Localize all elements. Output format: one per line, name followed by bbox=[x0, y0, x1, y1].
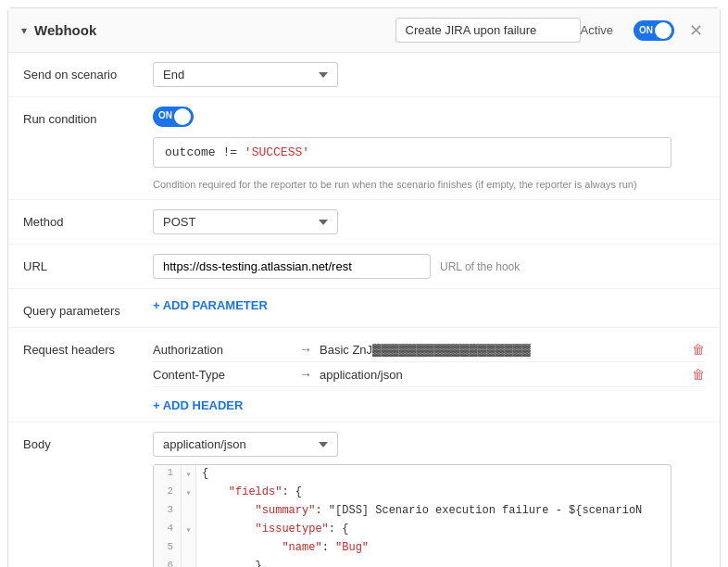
line-content: "summary": "[DSS] Scenario execution fai… bbox=[196, 502, 671, 521]
run-condition-toggle-wrap: ON bbox=[153, 107, 705, 130]
run-condition-toggle[interactable]: ON bbox=[153, 107, 194, 127]
toggle-slider: ON bbox=[634, 20, 674, 41]
run-condition-control: ON outcome != 'SUCCESS' Condition requir… bbox=[153, 107, 705, 190]
close-button[interactable]: ✕ bbox=[685, 22, 707, 39]
header-row: Content-Type → application/json 🗑 bbox=[153, 362, 705, 387]
webhook-name-input[interactable] bbox=[395, 18, 581, 43]
url-label: URL bbox=[23, 254, 153, 273]
request-headers-row: Request headers Authorization → Basic Zn… bbox=[8, 328, 720, 422]
line-gutter: ▾ bbox=[182, 465, 196, 484]
header-value: application/json bbox=[320, 368, 597, 382]
active-label: Active bbox=[581, 23, 613, 37]
code-lines: 1 ▾ { 2 ▾ "fields": { 3 "summary": "[DSS… bbox=[154, 465, 671, 567]
query-params-row: Query parameters + ADD PARAMETER bbox=[8, 289, 720, 328]
url-hint: URL of the hook bbox=[440, 260, 520, 273]
line-gutter bbox=[182, 502, 196, 521]
headers-container: Authorization → Basic ZnJ▓▓▓▓▓▓▓▓▓▓▓▓▓▓▓… bbox=[153, 337, 705, 387]
send-on-scenario-control: End Start bbox=[153, 62, 705, 87]
code-line: 6 }, bbox=[154, 558, 671, 567]
panel-title: Webhook bbox=[34, 22, 395, 38]
panel-header: ▾ Webhook Active ON ✕ bbox=[8, 8, 720, 53]
body-row: Body application/json text/plain 1 ▾ { 2… bbox=[8, 422, 720, 567]
method-row: Method POST GET PUT bbox=[8, 200, 720, 245]
toggle-on-text: ON bbox=[639, 25, 653, 35]
line-number: 1 bbox=[154, 465, 182, 484]
code-line: 2 ▾ "fields": { bbox=[154, 484, 671, 502]
body-control: application/json text/plain 1 ▾ { 2 ▾ "f… bbox=[153, 432, 705, 567]
header-value: Basic ZnJ▓▓▓▓▓▓▓▓▓▓▓▓▓▓▓▓▓▓ bbox=[320, 343, 597, 357]
query-params-label: Query parameters bbox=[23, 298, 153, 318]
line-gutter bbox=[182, 539, 196, 558]
run-condition-slider: ON bbox=[153, 107, 194, 127]
line-number: 5 bbox=[154, 539, 182, 558]
line-number: 3 bbox=[154, 502, 182, 521]
form-body: Send on scenario End Start Run condition… bbox=[8, 53, 720, 567]
headers-section: Authorization → Basic ZnJ▓▓▓▓▓▓▓▓▓▓▓▓▓▓▓… bbox=[153, 337, 705, 412]
method-control: POST GET PUT bbox=[153, 209, 705, 234]
line-content: { bbox=[196, 465, 671, 484]
run-condition-row: Run condition ON outcome != 'SUCCESS' Co… bbox=[8, 97, 720, 200]
chevron-icon[interactable]: ▾ bbox=[21, 24, 27, 37]
line-number: 4 bbox=[154, 521, 182, 539]
header-key: Authorization bbox=[153, 343, 292, 357]
header-key: Content-Type bbox=[153, 368, 292, 382]
method-select[interactable]: POST GET PUT bbox=[153, 209, 338, 234]
condition-hint: Condition required for the reporter to b… bbox=[153, 179, 705, 190]
code-line: 5 "name": "Bug" bbox=[154, 539, 671, 558]
line-gutter: ▾ bbox=[182, 484, 196, 502]
url-input[interactable] bbox=[153, 254, 431, 279]
query-params-control: + ADD PARAMETER bbox=[153, 298, 705, 312]
send-on-scenario-label: Send on scenario bbox=[23, 62, 153, 82]
line-content: "issuetype": { bbox=[196, 521, 671, 539]
delete-header-icon[interactable]: 🗑 bbox=[692, 342, 705, 357]
code-line: 4 ▾ "issuetype": { bbox=[154, 521, 671, 539]
add-parameter-link[interactable]: + ADD PARAMETER bbox=[153, 298, 268, 312]
run-condition-on-text: ON bbox=[158, 110, 172, 120]
condition-box: outcome != 'SUCCESS' bbox=[153, 137, 672, 168]
send-on-scenario-select[interactable]: End Start bbox=[153, 62, 338, 87]
run-condition-label: Run condition bbox=[23, 107, 153, 126]
active-toggle[interactable]: ON bbox=[634, 20, 674, 41]
line-number: 2 bbox=[154, 484, 182, 502]
code-line: 1 ▾ { bbox=[154, 465, 671, 484]
url-row: URL URL of the hook bbox=[8, 245, 720, 289]
delete-header-icon[interactable]: 🗑 bbox=[692, 367, 705, 382]
condition-outcome: outcome bbox=[165, 145, 216, 159]
code-line: 3 "summary": "[DSS] Scenario execution f… bbox=[154, 502, 671, 521]
line-gutter: ▾ bbox=[182, 521, 196, 539]
arrow-icon: → bbox=[299, 342, 312, 357]
add-header-link[interactable]: + ADD HEADER bbox=[153, 398, 243, 412]
condition-op: != bbox=[222, 145, 244, 159]
body-type-select[interactable]: application/json text/plain bbox=[153, 432, 338, 457]
line-content: }, bbox=[196, 558, 671, 567]
send-on-scenario-row: Send on scenario End Start bbox=[8, 53, 720, 97]
condition-value: 'SUCCESS' bbox=[245, 145, 309, 159]
arrow-icon: → bbox=[299, 367, 312, 382]
webhook-panel: ▾ Webhook Active ON ✕ Send on scenario E… bbox=[7, 7, 721, 567]
request-headers-label: Request headers bbox=[23, 337, 153, 357]
line-gutter bbox=[182, 558, 196, 567]
line-number: 6 bbox=[154, 558, 182, 567]
header-row: Authorization → Basic ZnJ▓▓▓▓▓▓▓▓▓▓▓▓▓▓▓… bbox=[153, 337, 705, 362]
url-control: URL of the hook bbox=[153, 254, 705, 279]
active-group: Active ON ✕ bbox=[581, 20, 707, 41]
body-label: Body bbox=[23, 432, 153, 451]
line-content: "fields": { bbox=[196, 484, 671, 502]
method-label: Method bbox=[23, 209, 153, 229]
code-editor[interactable]: 1 ▾ { 2 ▾ "fields": { 3 "summary": "[DSS… bbox=[153, 464, 672, 567]
line-content: "name": "Bug" bbox=[196, 539, 671, 558]
